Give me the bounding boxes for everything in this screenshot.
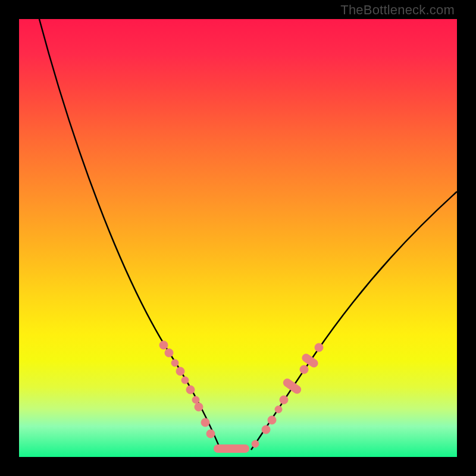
curve-group <box>39 19 457 450</box>
data-marker <box>176 367 184 375</box>
data-marker <box>201 418 209 427</box>
data-marker <box>206 430 215 438</box>
data-marker <box>275 406 282 413</box>
chart-svg <box>19 19 457 457</box>
chart-stage: TheBottleneck.com <box>0 0 476 476</box>
plot-area <box>19 19 457 457</box>
data-marker <box>280 396 288 404</box>
curve-right-curve <box>251 192 457 450</box>
data-marker <box>181 377 189 384</box>
data-marker <box>268 416 276 424</box>
data-marker-pill <box>214 444 249 453</box>
data-marker <box>252 440 259 447</box>
watermark-label: TheBottleneck.com <box>340 2 455 18</box>
data-marker <box>195 403 203 411</box>
data-marker <box>165 349 173 357</box>
data-marker <box>159 341 168 349</box>
data-marker <box>262 425 270 434</box>
data-marker <box>300 365 308 374</box>
curve-left-curve <box>39 19 220 449</box>
marker-group <box>159 341 323 453</box>
data-marker <box>186 386 195 394</box>
data-marker-pill <box>281 377 303 396</box>
data-marker <box>315 343 323 352</box>
data-marker <box>171 359 178 367</box>
data-marker <box>192 396 199 403</box>
